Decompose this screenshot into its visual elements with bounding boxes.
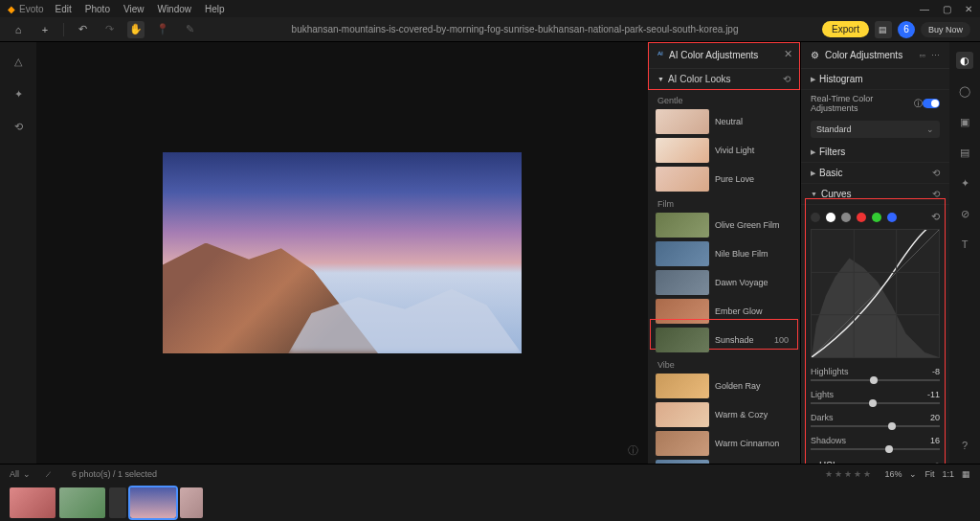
shadows-slider[interactable]	[811, 448, 940, 450]
lights-label: Lights	[811, 390, 834, 399]
expand-icon[interactable]: ▶	[811, 76, 815, 83]
home-icon[interactable]: ⌂	[10, 21, 27, 38]
close-panel-icon[interactable]: ✕	[784, 48, 792, 60]
look-warm-cinnamon[interactable]: Warm Cinnamon	[648, 429, 800, 458]
buy-now-button[interactable]: Buy Now	[921, 22, 970, 37]
look-neutral[interactable]: Neutral	[648, 107, 800, 136]
marker-icon[interactable]: 📍	[154, 21, 171, 38]
collapse-icon[interactable]: ▼	[811, 191, 817, 197]
export-button[interactable]: Export	[822, 21, 869, 37]
look-golden-ray[interactable]: Golden Ray	[648, 372, 800, 400]
ai-panel-subtitle: AI Color Looks	[668, 74, 731, 84]
notification-badge[interactable]: 6	[898, 21, 915, 38]
look-pure-love[interactable]: Pure Love	[648, 165, 800, 193]
highlights-slider[interactable]	[811, 379, 940, 381]
look-vivid-light[interactable]: Vivid Light	[648, 136, 800, 165]
history-tool-icon[interactable]: ⟲	[9, 117, 28, 136]
undo-icon[interactable]: ↶	[74, 21, 91, 38]
expand-icon[interactable]: ▶	[811, 170, 815, 177]
collapse-icon[interactable]: ▼	[657, 76, 664, 82]
filename-display: bukhansan-mountains-is-covered-by-mornin…	[208, 24, 822, 34]
curves-picker-icon[interactable]	[811, 213, 820, 222]
curves-luma-channel[interactable]	[826, 213, 835, 222]
reset-hsl-icon[interactable]: ⟲	[932, 461, 940, 464]
hand-tool-icon[interactable]: ✋	[127, 21, 145, 38]
thumbnail-2[interactable]	[59, 487, 105, 518]
maximize-icon[interactable]: ▢	[943, 4, 951, 14]
look-dawn-voyage[interactable]: Dawn Voyage	[648, 268, 800, 297]
menu-bar: Edit Photo View Window Help	[56, 4, 225, 14]
filter-dropdown[interactable]: All	[10, 469, 19, 479]
category-gentle: Gentle	[648, 90, 800, 107]
basic-section[interactable]: Basic	[819, 168, 842, 178]
expand-icon[interactable]: ▶	[811, 463, 815, 464]
menu-photo[interactable]: Photo	[85, 4, 110, 14]
text-tab-icon[interactable]: T	[956, 236, 973, 253]
rtca-toggle[interactable]	[923, 99, 940, 108]
curves-green-channel[interactable]	[872, 213, 881, 222]
layers-tab-icon[interactable]: ▤	[956, 144, 973, 161]
thumbnail-1[interactable]	[10, 487, 56, 518]
sparkle-tool-icon[interactable]: ✦	[9, 84, 28, 103]
look-warm-cozy[interactable]: Warm & Cozy	[648, 400, 800, 429]
thumbnail-4[interactable]	[130, 487, 176, 518]
curves-section[interactable]: Curves	[821, 189, 852, 199]
menu-window[interactable]: Window	[157, 4, 191, 14]
look-nile-blue[interactable]: Nile Blue Film	[648, 239, 800, 268]
grid-view-icon[interactable]: ▦	[962, 469, 970, 479]
look-olive-green[interactable]: Olive Green Film	[648, 211, 800, 239]
remove-tab-icon[interactable]: ⊘	[956, 205, 973, 222]
darks-slider[interactable]	[811, 425, 940, 427]
canvas-image	[163, 152, 522, 353]
reset-looks-icon[interactable]: ⟲	[783, 74, 791, 84]
darks-label: Darks	[811, 413, 834, 422]
look-sunshade[interactable]: Sunshade100	[648, 326, 800, 354]
rtca-help-icon[interactable]: ⓘ	[914, 98, 923, 110]
help-icon[interactable]: ?	[956, 437, 973, 454]
thumbnail-3[interactable]	[109, 487, 126, 518]
category-film: Film	[648, 193, 800, 211]
curves-graph[interactable]	[811, 229, 940, 358]
triangle-tool-icon[interactable]: △	[9, 52, 28, 71]
filters-section[interactable]: Filters	[819, 147, 845, 157]
canvas-area[interactable]: ⓘ	[36, 42, 648, 464]
curves-auto-icon[interactable]: ⟲	[931, 211, 940, 223]
curves-gray-channel[interactable]	[841, 213, 851, 222]
one-to-one-button[interactable]: 1:1	[942, 469, 954, 479]
lights-slider[interactable]	[811, 402, 940, 404]
reset-basic-icon[interactable]: ⟲	[932, 168, 940, 178]
zoom-value[interactable]: 16%	[884, 469, 902, 479]
profile-select[interactable]: Standard	[811, 121, 940, 138]
histogram-section[interactable]: Histogram	[819, 74, 863, 84]
fit-button[interactable]: Fit	[924, 469, 934, 479]
filmstrip	[0, 484, 980, 521]
adjust-tab-icon[interactable]: ◐	[956, 52, 973, 69]
close-icon[interactable]: ✕	[965, 4, 972, 14]
curves-blue-channel[interactable]	[887, 213, 897, 222]
expand-icon[interactable]: ▶	[811, 148, 815, 156]
curves-red-channel[interactable]	[857, 213, 866, 222]
crop-tab-icon[interactable]: ▣	[956, 113, 973, 130]
more-icon[interactable]: ⋯	[931, 51, 940, 60]
menu-edit[interactable]: Edit	[56, 4, 72, 14]
effects-tab-icon[interactable]: ✦	[956, 174, 973, 192]
add-icon[interactable]: +	[36, 21, 54, 38]
minimize-icon[interactable]: —	[920, 4, 929, 14]
compare-icon[interactable]: ▫▫	[920, 51, 925, 60]
menu-help[interactable]: Help	[205, 4, 225, 14]
pencil-icon[interactable]: ✎	[181, 21, 198, 38]
portrait-tab-icon[interactable]: ◯	[956, 82, 973, 100]
menu-view[interactable]: View	[123, 4, 145, 14]
info-icon[interactable]: ⓘ	[628, 443, 638, 458]
app-brand: Evoto	[19, 4, 44, 14]
ai-icon: ᴬᴵ	[657, 50, 663, 60]
doc-icon[interactable]: ▤	[875, 21, 892, 38]
reset-curves-icon[interactable]: ⟲	[932, 189, 940, 199]
app-logo: ◆	[8, 4, 15, 14]
look-ember-glow[interactable]: Ember Glow	[648, 297, 800, 326]
rating-stars[interactable]: ★★★★★	[825, 469, 871, 479]
look-arctic-blue[interactable]: Arctic Blue	[648, 458, 800, 464]
redo-icon[interactable]: ↷	[100, 21, 118, 38]
hsl-section[interactable]: HSL	[819, 461, 837, 464]
thumbnail-5[interactable]	[180, 487, 203, 518]
